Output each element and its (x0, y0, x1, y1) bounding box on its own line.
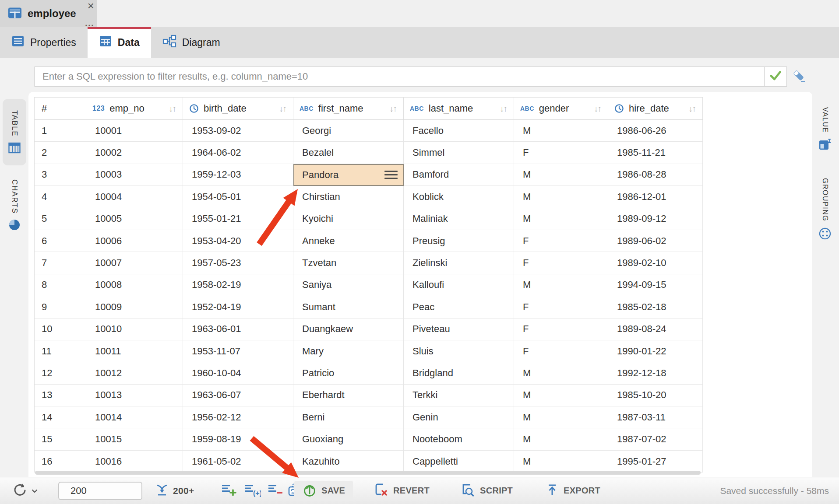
save-button[interactable]: SAVE (294, 481, 353, 501)
cell-first_name[interactable]: Pandora (293, 164, 404, 186)
cell-hire_date[interactable]: 1987-03-11 (608, 406, 703, 428)
cell-rownum[interactable]: 16 (35, 451, 86, 472)
panel-tab-value[interactable]: VALUE (814, 98, 836, 160)
cell-hire_date[interactable]: 1985-10-20 (608, 385, 703, 406)
cell-emp_no[interactable]: 10002 (86, 142, 183, 164)
script-button[interactable]: SCRIPT (460, 482, 513, 500)
refresh-button[interactable] (11, 481, 38, 500)
cell-last_name[interactable]: Peac (404, 296, 514, 318)
sort-icon[interactable]: ↓↑ (279, 104, 287, 114)
column-header-gender[interactable]: ABCgender↓↑ (514, 98, 608, 120)
cell-rownum[interactable]: 14 (35, 406, 86, 428)
delete-row-button[interactable] (268, 483, 283, 499)
cell-birth_date[interactable]: 1959-12-03 (183, 164, 293, 186)
cell-first_name[interactable]: Guoxiang (293, 428, 404, 450)
cell-emp_no[interactable]: 10004 (86, 186, 183, 208)
cell-last_name[interactable]: Nooteboom (404, 428, 514, 450)
cell-emp_no[interactable]: 10015 (86, 428, 183, 450)
cell-gender[interactable]: M (514, 164, 608, 186)
cell-hire_date[interactable]: 1994-09-15 (608, 274, 703, 296)
cell-last_name[interactable]: Kalloufi (404, 274, 514, 296)
apply-filter-button[interactable] (764, 66, 787, 87)
sort-icon[interactable]: ↓↑ (500, 104, 508, 114)
cell-hire_date[interactable]: 1985-02-18 (608, 296, 703, 318)
tab-data[interactable]: Data (88, 27, 151, 58)
cell-last_name[interactable]: Simmel (404, 142, 514, 164)
cell-last_name[interactable]: Preusig (404, 230, 514, 252)
cell-emp_no[interactable]: 10007 (86, 252, 183, 274)
cell-birth_date[interactable]: 1958-02-19 (183, 274, 293, 296)
cell-rownum[interactable]: 11 (35, 340, 86, 362)
export-button[interactable]: EXPORT (545, 483, 600, 499)
close-icon[interactable]: × (88, 0, 94, 12)
cell-hire_date[interactable]: 1989-08-24 (608, 318, 703, 340)
cell-birth_date[interactable]: 1952-04-19 (183, 296, 293, 318)
fetch-next-page-button[interactable]: 200+ (155, 483, 194, 498)
cell-birth_date[interactable]: 1953-09-02 (183, 120, 293, 142)
cell-emp_no[interactable]: 10005 (86, 208, 183, 230)
cell-last_name[interactable]: Genin (404, 406, 514, 428)
cell-rownum[interactable]: 2 (35, 142, 86, 164)
cell-first_name[interactable]: Berni (293, 406, 404, 428)
sort-icon[interactable]: ↓↑ (389, 104, 397, 114)
add-row-button[interactable] (221, 483, 237, 499)
cell-gender[interactable]: M (514, 428, 608, 450)
panel-tab-grouping[interactable]: GROUPING (814, 165, 836, 253)
column-header-emp_no[interactable]: 123emp_no↓↑ (86, 98, 183, 120)
sort-icon[interactable]: ↓↑ (688, 104, 696, 114)
cell-first_name[interactable]: Duangkaew (293, 318, 404, 340)
cell-hire_date[interactable]: 1995-01-27 (608, 451, 703, 472)
cell-birth_date[interactable]: 1957-05-23 (183, 252, 293, 274)
cell-hire_date[interactable]: 1989-09-12 (608, 208, 703, 230)
cell-last_name[interactable]: Bamford (404, 164, 514, 186)
cell-hire_date[interactable]: 1989-02-10 (608, 252, 703, 274)
cell-birth_date[interactable]: 1964-06-02 (183, 142, 293, 164)
sql-filter-input[interactable] (34, 66, 765, 87)
horizontal-scrollbar[interactable] (35, 471, 701, 475)
cell-gender[interactable]: F (514, 318, 608, 340)
cell-rownum[interactable]: 3 (35, 164, 86, 186)
tab-properties[interactable]: Properties (0, 27, 88, 58)
sort-icon[interactable]: ↓↑ (594, 104, 602, 114)
revert-button[interactable]: REVERT (373, 482, 430, 500)
cell-emp_no[interactable]: 10009 (86, 296, 183, 318)
cell-birth_date[interactable]: 1963-06-07 (183, 385, 293, 406)
fetch-size-input[interactable] (58, 482, 142, 500)
cell-rownum[interactable]: 4 (35, 186, 86, 208)
presentation-tab-charts[interactable]: CHARTS (3, 170, 26, 241)
cell-gender[interactable]: M (514, 451, 608, 472)
cell-birth_date[interactable]: 1959-08-19 (183, 428, 293, 450)
cell-rownum[interactable]: 8 (35, 274, 86, 296)
cell-last_name[interactable]: Piveteau (404, 318, 514, 340)
cell-gender[interactable]: F (514, 142, 608, 164)
cell-birth_date[interactable]: 1960-10-04 (183, 362, 293, 384)
tab-diagram[interactable]: Diagram (151, 27, 232, 58)
cell-first_name[interactable]: Chirstian (293, 186, 404, 208)
cell-birth_date[interactable]: 1961-05-02 (183, 451, 293, 472)
cell-first_name[interactable]: Saniya (293, 274, 404, 296)
sort-icon[interactable]: ↓↑ (169, 104, 176, 114)
cell-last_name[interactable]: Facello (404, 120, 514, 142)
cell-first_name[interactable]: Eberhardt (293, 385, 404, 406)
cell-first_name[interactable]: Kyoichi (293, 208, 404, 230)
presentation-tab-table[interactable]: TABLE (3, 99, 26, 165)
editor-tab-employee[interactable]: employee × … (0, 0, 97, 27)
cell-last_name[interactable]: Terkki (404, 385, 514, 406)
cell-last_name[interactable]: Cappelletti (404, 451, 514, 472)
cell-rownum[interactable]: 9 (35, 296, 86, 318)
cell-emp_no[interactable]: 10010 (86, 318, 183, 340)
cell-first_name[interactable]: Georgi (293, 120, 404, 142)
cell-emp_no[interactable]: 10006 (86, 230, 183, 252)
cell-birth_date[interactable]: 1953-11-07 (183, 340, 293, 362)
cell-emp_no[interactable]: 10011 (86, 340, 183, 362)
cell-birth_date[interactable]: 1956-02-12 (183, 406, 293, 428)
cell-hire_date[interactable]: 1986-08-28 (608, 164, 703, 186)
cell-rownum[interactable]: 15 (35, 428, 86, 450)
cell-hire_date[interactable]: 1987-07-02 (608, 428, 703, 450)
column-header-rownum[interactable]: # (35, 98, 86, 120)
cell-gender[interactable]: M (514, 120, 608, 142)
cell-last_name[interactable]: Bridgland (404, 362, 514, 384)
cell-gender[interactable]: F (514, 252, 608, 274)
cell-rownum[interactable]: 6 (35, 230, 86, 252)
cell-rownum[interactable]: 1 (35, 120, 86, 142)
